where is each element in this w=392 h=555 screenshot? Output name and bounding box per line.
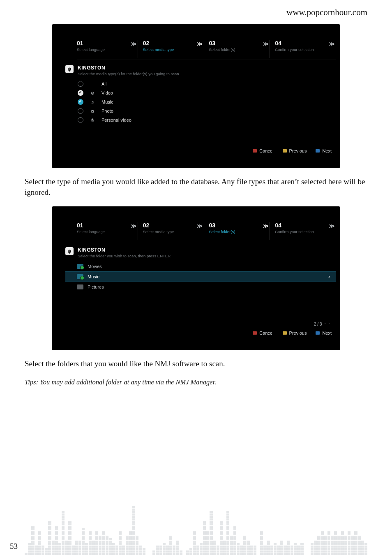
- folder-icon: [77, 284, 83, 289]
- radio-unchecked-icon: [78, 117, 83, 123]
- folder-list: Movies Music › Pictures: [65, 261, 336, 292]
- chevron-right-icon: >>: [263, 223, 267, 229]
- step-03[interactable]: 03 Select folder(s) >>: [204, 40, 270, 58]
- option-photo[interactable]: ✿ Photo: [78, 106, 336, 116]
- folder-label: Pictures: [88, 284, 104, 289]
- media-type-options: All ⊙ Video ♫ Music ✿ P: [78, 79, 336, 125]
- radio-unchecked-icon: [78, 81, 83, 87]
- folder-checked-icon: [77, 264, 83, 269]
- footer-equalizer: [0, 486, 392, 555]
- blue-square-icon: [316, 149, 320, 153]
- chevron-right-icon: >>: [329, 41, 333, 47]
- device-subtitle: Select the media type(s) for the folder(…: [78, 72, 179, 76]
- chevron-right-icon: >>: [263, 41, 267, 47]
- option-label: All: [101, 81, 106, 86]
- chevron-right-icon: >>: [131, 41, 135, 47]
- option-music[interactable]: ♫ Music: [78, 97, 336, 106]
- device-name: KINGSTON: [78, 65, 179, 71]
- device-name: KINGSTON: [78, 247, 171, 253]
- next-button[interactable]: Next: [316, 331, 332, 335]
- step-01[interactable]: 01 Select language >>: [77, 222, 138, 240]
- screenshot-media-type: 01 Select language >> 02 Select media ty…: [52, 24, 340, 168]
- wizard-steps: 01 Select language >> 02 Select media ty…: [77, 40, 336, 58]
- step-03[interactable]: 03 Select folder(s) >>: [204, 222, 270, 240]
- folder-checked-icon: [77, 274, 83, 279]
- cancel-button[interactable]: Cancel: [253, 331, 273, 335]
- step-02[interactable]: 02 Select media type >>: [138, 222, 204, 240]
- chevron-right-icon: >>: [329, 223, 333, 229]
- previous-button[interactable]: Previous: [283, 331, 307, 335]
- blue-square-icon: [316, 331, 320, 335]
- chevron-right-icon: >>: [197, 223, 201, 229]
- radio-unchecked-icon: [78, 108, 83, 114]
- step-02[interactable]: 02 Select media type >>: [138, 40, 204, 58]
- page-number: 53: [10, 542, 18, 551]
- folder-label: Movies: [88, 264, 102, 269]
- option-label: Photo: [101, 109, 113, 113]
- option-personal-video[interactable]: ✇ Personal video: [78, 116, 336, 125]
- option-label: Music: [101, 99, 113, 104]
- yellow-square-icon: [283, 149, 287, 153]
- folder-label: Music: [88, 274, 99, 279]
- music-icon: ♫: [90, 100, 95, 104]
- wizard-footer: Cancel Previous Next: [253, 148, 332, 153]
- folder-row-pictures[interactable]: Pictures: [65, 282, 336, 292]
- personal-video-icon: ✇: [90, 118, 95, 123]
- usb-icon: ψ: [65, 247, 74, 255]
- video-icon: ⊙: [90, 91, 95, 95]
- chevron-right-icon: ›: [328, 274, 330, 280]
- red-square-icon: [253, 331, 257, 335]
- body-paragraph-2: Select the folders that you would like t…: [25, 358, 367, 369]
- up-down-icon: ˄ ˅: [324, 322, 331, 326]
- folder-row-movies[interactable]: Movies: [65, 261, 336, 271]
- body-tips: Tips: You may add additional folder at a…: [25, 378, 367, 386]
- option-label: Video: [101, 90, 113, 95]
- previous-button[interactable]: Previous: [283, 148, 307, 153]
- photo-icon: ✿: [90, 109, 95, 113]
- radio-checked-icon: [78, 90, 83, 96]
- step-04[interactable]: 04 Confirm your selection >>: [270, 222, 336, 240]
- next-button[interactable]: Next: [316, 148, 332, 153]
- wizard-footer: Cancel Previous Next: [253, 331, 332, 335]
- folder-row-music[interactable]: Music ›: [65, 271, 336, 282]
- page-url: www.popcornhour.com: [25, 7, 367, 18]
- body-paragraph-1: Select the type of media you would like …: [25, 176, 367, 197]
- selection-counter: 2 / 3˄ ˅: [314, 322, 331, 326]
- wizard-steps: 01 Select language >> 02 Select media ty…: [77, 222, 336, 240]
- usb-icon: ψ: [65, 65, 74, 73]
- chevron-right-icon: >>: [131, 223, 135, 229]
- option-label: Personal video: [101, 118, 131, 123]
- step-04[interactable]: 04 Confirm your selection >>: [270, 40, 336, 58]
- chevron-right-icon: >>: [197, 41, 201, 47]
- yellow-square-icon: [283, 331, 287, 335]
- step-01[interactable]: 01 Select language >>: [77, 40, 138, 58]
- radio-checked-icon: [78, 99, 83, 105]
- cancel-button[interactable]: Cancel: [253, 148, 273, 153]
- option-all[interactable]: All: [78, 79, 336, 88]
- option-video[interactable]: ⊙ Video: [78, 88, 336, 97]
- screenshot-select-folders: 01 Select language >> 02 Select media ty…: [52, 206, 340, 350]
- device-subtitle: Select the folder you wish to scan, then…: [78, 254, 171, 258]
- red-square-icon: [253, 149, 257, 153]
